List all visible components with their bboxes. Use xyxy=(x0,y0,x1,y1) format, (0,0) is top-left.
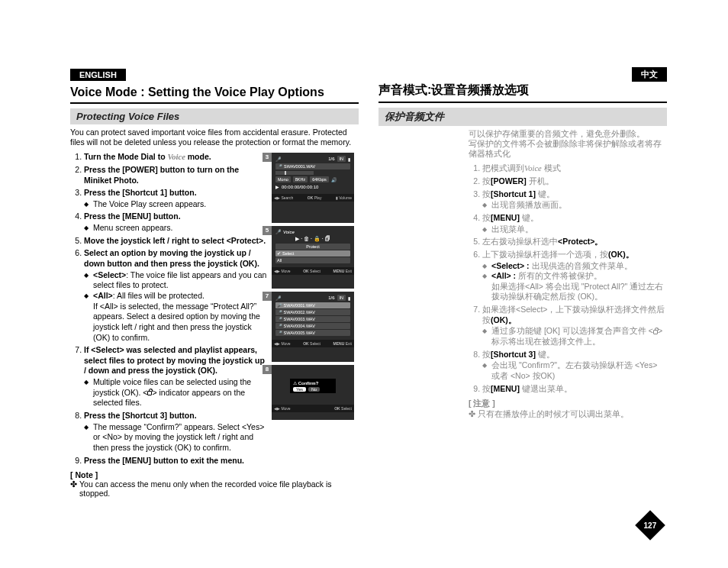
figure-8: 8 ⚠ Confirm? YesNo ◀▶ Move OK Select xyxy=(272,365,354,420)
steps-chinese: 把模式调到Voice 模式 按[POWER] 开机。 按[Shortcut 1]… xyxy=(469,163,667,394)
step-text: 开机。 xyxy=(527,176,554,186)
substep-text: 出现音频播放画面。 xyxy=(482,200,667,211)
step-text: Select an option by moving the joystick … xyxy=(84,248,259,268)
hint-menu: MENU xyxy=(333,269,345,273)
storage-chip: IN xyxy=(337,156,346,162)
mic-icon: 🎤 xyxy=(277,331,282,335)
mic-icon: 🎤 xyxy=(275,229,281,234)
dialog-no: No xyxy=(308,387,320,392)
key-label: (OK)。 xyxy=(608,250,634,259)
mic-icon: 🎤 xyxy=(277,317,282,321)
key-label: [Shortcut 1] xyxy=(491,189,536,198)
hint-move: Move xyxy=(281,269,290,273)
note-heading-cn: [ 注意 ] xyxy=(469,399,667,409)
step-text: Turn the Mode Dial to xyxy=(84,152,167,161)
key-label: [POWER] xyxy=(491,176,527,186)
key-label: <Protect>。 xyxy=(558,237,603,246)
key-label: [Shortcut 3] xyxy=(491,350,536,359)
counter: 1/6 xyxy=(328,295,334,300)
hint-search: Search xyxy=(281,195,293,200)
menu-select: Select xyxy=(282,251,294,256)
page-number: 127 xyxy=(639,515,661,536)
step-text: Press the [MENU] button. xyxy=(84,211,181,221)
step-text: 上下拨动操纵杆选择一个选项，按 xyxy=(482,250,608,259)
speaker-icon: 🔊 xyxy=(331,177,337,182)
option-extra: 如果选择<All> 将会出现 "Protect All?" 通过左右拨动操纵杆确… xyxy=(491,282,663,302)
mode-name: Voice xyxy=(524,164,542,173)
hint-select: Select xyxy=(310,269,321,273)
substep-text: 通过多功能键 [OK] 可以选择复合声音文件 < xyxy=(491,326,653,335)
key-label: (OK)。 xyxy=(491,315,517,324)
title-english: Voice Mode : Setting the Voice Play Opti… xyxy=(70,84,359,104)
chip-mono: Mono xyxy=(275,176,291,182)
option-label: <All> xyxy=(93,291,113,300)
hint-select: Select xyxy=(341,406,352,411)
mic-icon: 🎤 xyxy=(277,310,282,315)
intro-english: You can protect saved important voice fi… xyxy=(70,127,359,147)
figure-5: 5 🎤Voice ▶ · 🗑 · 🔒 · 🗐 Protect ✔Select A… xyxy=(272,226,354,289)
step-text: 按 xyxy=(482,350,491,359)
step-text: 键。 xyxy=(536,350,555,359)
figure-footer: ◀▶ Move OK Select xyxy=(272,405,354,412)
figure-3: 3 🎤1/6IN▮ 🎤SWAV0001.WAV Mono8KHz64Kbps🔊 … xyxy=(272,153,354,223)
steps-english: Turn the Mode Dial to Voice mode. Press … xyxy=(70,152,267,466)
intro-line: 可以保护存储重要的音频文件，避免意外删除。 xyxy=(469,129,645,138)
step-text: 键退出菜单。 xyxy=(520,384,572,393)
menu-protect: Protect xyxy=(275,244,350,250)
mode-name: Voice xyxy=(167,153,185,161)
hint-ok: OK xyxy=(334,406,340,411)
play-icon: ▶ xyxy=(275,184,279,189)
check-icon: ✔ xyxy=(277,251,281,256)
battery-icon: ▮ xyxy=(348,157,350,162)
page: ENGLISH Voice Mode : Setting the Voice P… xyxy=(0,0,728,516)
hint-select: Select xyxy=(310,341,321,346)
figure-7: 7 🎤1/6IN▮ 🎤 SWAV0001.WAV 🎤 SWAV0002.WAV … xyxy=(272,292,354,362)
page-number-value: 127 xyxy=(644,521,657,530)
lang-tab-chinese: 中文 xyxy=(632,67,667,82)
section-heading-english: Protecting Voice Files xyxy=(70,108,359,124)
counter: 1/6 xyxy=(328,157,334,161)
time-display: 00:00:00/00:00:10 xyxy=(282,185,318,189)
mic-icon: 🎤 xyxy=(275,157,281,162)
substep-text: The Voice Play screen appears. xyxy=(84,199,267,210)
figure-badge: 3 xyxy=(263,153,272,162)
step-text: Press the [POWER] button to turn on the … xyxy=(84,165,239,185)
figure-footer: ◀▶ Search OK Play ▮ Volume xyxy=(272,194,354,202)
option-extra: If <All> is selected, the message “Prote… xyxy=(93,302,260,342)
step-text: 按 xyxy=(482,384,491,393)
file-name: SWAV0004.WAV xyxy=(284,324,315,328)
hint-volume: Volume xyxy=(339,195,352,200)
step-text: Press the [Shortcut 1] button. xyxy=(84,188,197,197)
confirm-text: Confirm? xyxy=(298,381,319,386)
step-text: 按 xyxy=(482,176,491,186)
substep-text: Menu screen appears. xyxy=(84,223,267,234)
mic-icon: 🎤 xyxy=(277,324,282,328)
hint-exit: Exit xyxy=(346,269,352,273)
option-label: <All> : xyxy=(491,271,516,280)
intro-chinese: 可以保护存储重要的音频文件，避免意外删除。 写保护的文件将不会被删除除非将保护解… xyxy=(469,129,667,159)
hint-move: Move xyxy=(281,406,290,411)
step-text: Move the joystick left / right to select… xyxy=(84,236,266,245)
figure-badge: 7 xyxy=(263,292,272,301)
key-label: [MENU] xyxy=(491,384,520,393)
figure-badge: 5 xyxy=(263,226,272,235)
chip-khz: 8KHz xyxy=(293,176,308,182)
option-text: 出现供选的音频文件菜单。 xyxy=(530,261,633,270)
lock-icon xyxy=(653,330,658,334)
option-text: 所有的文件将被保护。 xyxy=(516,271,602,280)
storage-chip: IN xyxy=(337,295,346,301)
mic-icon: 🎤 xyxy=(277,303,282,308)
option-label: <Select> : xyxy=(491,261,530,270)
hint-ok: OK xyxy=(303,269,309,273)
step-text: Press the [Shortcut 3] button. xyxy=(84,411,197,420)
step-text: mode. xyxy=(185,152,211,161)
hint-menu: MENU xyxy=(333,341,345,346)
step-text: Press the [MENU] button to exit the menu… xyxy=(84,456,244,465)
mic-icon: 🎤 xyxy=(277,164,282,169)
lock-icon xyxy=(147,391,152,395)
note-body-cn: 只有在播放停止的时候才可以调出菜单。 xyxy=(469,409,667,420)
warning-icon: ⚠ xyxy=(293,381,297,386)
note-heading: [ Note ] xyxy=(70,470,359,479)
file-name: SWAV0003.WAV xyxy=(284,317,315,321)
hint-ok: OK xyxy=(308,195,314,200)
